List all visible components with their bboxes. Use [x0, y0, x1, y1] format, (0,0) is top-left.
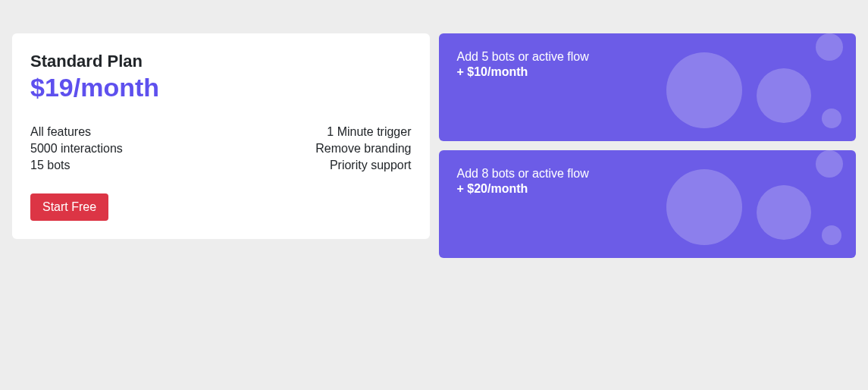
- svg-point-7: [822, 225, 841, 245]
- svg-point-6: [816, 150, 843, 178]
- addon-card[interactable]: Add 5 bots or active flow + $10/month: [439, 33, 857, 141]
- feature-item: Remove branding: [315, 142, 411, 156]
- plan-price: $19/month: [30, 73, 412, 102]
- svg-point-2: [816, 33, 843, 61]
- addon-card[interactable]: Add 8 bots or active flow + $20/month: [439, 150, 857, 258]
- svg-point-4: [666, 169, 742, 245]
- feature-item: 1 Minute trigger: [327, 125, 411, 139]
- plan-features: All features 5000 interactions 15 bots 1…: [30, 125, 412, 172]
- svg-point-1: [757, 68, 811, 123]
- plan-name: Standard Plan: [30, 52, 412, 71]
- feature-item: 15 bots: [30, 159, 123, 172]
- feature-item: 5000 interactions: [30, 142, 123, 156]
- svg-point-3: [822, 109, 841, 128]
- bubbles-icon: [659, 150, 856, 258]
- start-free-button[interactable]: Start Free: [30, 193, 108, 221]
- standard-plan-card: Standard Plan $19/month All features 500…: [12, 33, 430, 239]
- svg-point-0: [666, 52, 742, 128]
- feature-item: Priority support: [330, 159, 412, 172]
- svg-point-5: [757, 185, 811, 240]
- bubbles-icon: [659, 33, 856, 141]
- feature-item: All features: [30, 125, 123, 139]
